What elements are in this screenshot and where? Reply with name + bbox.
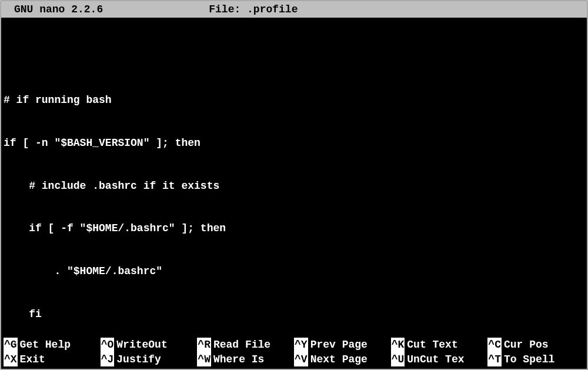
shortcut-label: Cur Pos	[504, 338, 549, 352]
terminal-window: GNU nano 2.2.6 File: .profile # if runni…	[0, 0, 588, 370]
shortcut-key: ^R	[197, 338, 211, 352]
code-line: # include .bashrc if it exists	[4, 179, 584, 193]
help-exit[interactable]: ^X Exit	[4, 352, 101, 366]
code-line: if [ -n "$BASH_VERSION" ]; then	[4, 136, 584, 150]
app-name: GNU nano 2.2.6	[14, 2, 103, 16]
shortcut-key: ^J	[101, 352, 115, 366]
help-cur-pos[interactable]: ^C Cur Pos	[487, 338, 584, 352]
shortcut-label: Cut Text	[407, 338, 457, 352]
shortcut-label: Where Is	[213, 352, 264, 366]
help-row-1: ^G Get Help ^O WriteOut ^R Read File ^Y …	[4, 338, 584, 352]
help-read-file[interactable]: ^R Read File	[197, 338, 294, 352]
shortcut-label: UnCut Tex	[407, 352, 464, 366]
code-line: if [ -f "$HOME/.bashrc" ]; then	[4, 221, 584, 235]
nano-helpbar: ^G Get Help ^O WriteOut ^R Read File ^Y …	[1, 338, 587, 369]
shortcut-key: ^O	[101, 338, 115, 352]
help-writeout[interactable]: ^O WriteOut	[101, 338, 198, 352]
shortcut-label: Justify	[116, 352, 161, 366]
shortcut-key: ^C	[487, 338, 502, 352]
shortcut-key: ^Y	[294, 338, 308, 352]
help-cut-text[interactable]: ^K Cut Text	[391, 338, 488, 352]
help-prev-page[interactable]: ^Y Prev Page	[294, 338, 391, 352]
help-row-2: ^X Exit ^J Justify ^W Where Is ^V Next P…	[4, 352, 584, 366]
shortcut-key: ^W	[197, 352, 211, 366]
file-label: File: .profile	[103, 2, 581, 16]
help-next-page[interactable]: ^V Next Page	[294, 352, 391, 366]
help-where-is[interactable]: ^W Where Is	[197, 352, 294, 366]
shortcut-label: WriteOut	[116, 338, 167, 352]
code-line: fi	[4, 307, 584, 321]
nano-titlebar: GNU nano 2.2.6 File: .profile	[1, 1, 587, 18]
help-to-spell[interactable]: ^T To Spell	[487, 352, 584, 366]
shortcut-label: To Spell	[504, 352, 554, 366]
shortcut-key: ^G	[4, 338, 18, 352]
shortcut-label: Read File	[213, 338, 270, 352]
shortcut-key: ^K	[391, 338, 405, 352]
shortcut-key: ^V	[294, 352, 308, 366]
help-get-help[interactable]: ^G Get Help	[4, 338, 101, 352]
help-uncut-text[interactable]: ^U UnCut Tex	[391, 352, 488, 366]
help-justify[interactable]: ^J Justify	[101, 352, 198, 366]
code-line: # if running bash	[4, 93, 584, 107]
code-line	[4, 50, 584, 64]
shortcut-label: Exit	[20, 352, 45, 366]
shortcut-key: ^X	[4, 352, 18, 366]
editor-content[interactable]: # if running bash if [ -n "$BASH_VERSION…	[1, 18, 587, 338]
shortcut-label: Prev Page	[310, 338, 368, 352]
shortcut-label: Next Page	[310, 352, 368, 366]
code-line: . "$HOME/.bashrc"	[4, 264, 584, 278]
shortcut-key: ^T	[487, 352, 502, 366]
shortcut-key: ^U	[391, 352, 405, 366]
shortcut-label: Get Help	[20, 338, 71, 352]
